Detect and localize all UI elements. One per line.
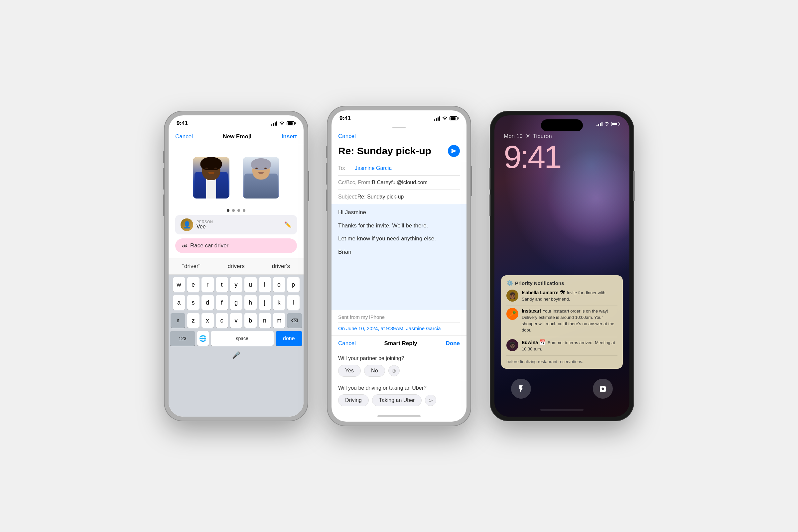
sr-q1-options: Yes No ☺ [338, 365, 460, 377]
notification-item-3[interactable]: 👩🏿 Edwina 📅 Summer interns arrived. Meet… [507, 339, 618, 352]
status-bar-1: 9:41 [169, 115, 304, 129]
mute-button-2[interactable] [326, 146, 327, 158]
priority-notifications-card: ⚙️ Priority Notifications 👩🏾 Isabella La… [501, 275, 623, 369]
key-v[interactable]: v [230, 313, 242, 328]
key-h[interactable]: h [244, 295, 257, 310]
power-button-3[interactable] [633, 171, 635, 201]
camera-button[interactable] [593, 379, 613, 399]
sr-q2-driving[interactable]: Driving [338, 394, 369, 406]
key-u[interactable]: u [244, 277, 257, 292]
key-f[interactable]: f [216, 295, 228, 310]
predictive-word-3[interactable]: driver's [268, 262, 294, 271]
smart-reply-cancel[interactable]: Cancel [338, 340, 356, 347]
to-value[interactable]: Jasmine Garcia [355, 165, 392, 171]
power-button-2[interactable] [471, 166, 472, 196]
key-p[interactable]: p [287, 277, 300, 292]
power-button[interactable] [307, 171, 309, 201]
key-s[interactable]: s [187, 295, 200, 310]
priority-title-row: ⚙️ Priority Notifications [507, 280, 618, 286]
volume-up-button[interactable] [163, 168, 165, 190]
key-z[interactable]: z [187, 313, 200, 328]
avatar-1[interactable] [191, 154, 231, 201]
mute-button[interactable] [163, 151, 165, 163]
volume-down-button[interactable] [163, 194, 165, 216]
smart-reply-q1: Will your partner be joining? Yes No ☺ [331, 352, 467, 381]
key-r[interactable]: r [202, 277, 214, 292]
sr-q2-uber[interactable]: Taking an Uber [372, 394, 422, 406]
notif-more-text: before finalizing restaurant reservation… [507, 358, 618, 364]
mail-header: Cancel [331, 130, 467, 142]
key-j[interactable]: j [259, 295, 271, 310]
wifi-icon-1 [279, 121, 285, 126]
key-delete[interactable]: ⌫ [287, 313, 302, 328]
key-done[interactable]: done [276, 331, 302, 346]
volume-down-button-3[interactable] [489, 194, 491, 216]
emoji-insert-button[interactable]: Insert [282, 133, 297, 140]
dot-1[interactable] [227, 209, 229, 212]
smart-reply-bar: Cancel Smart Reply Done [331, 335, 467, 352]
volume-down-button-2[interactable] [326, 190, 327, 211]
keyboard: w e r t y u i o p a s d f g h [169, 274, 304, 417]
dot-3[interactable] [238, 209, 240, 212]
mail-fields: To: Jasmine Garcia Cc/Bcc, From: B.Carey… [331, 161, 467, 204]
phone1-screen: 9:41 Cancel New Emoji [169, 115, 304, 417]
mail-sender-section: Sent from my iPhone On June 10, 2024, at… [331, 310, 467, 335]
emoji-cancel-button[interactable]: Cancel [175, 133, 193, 140]
person-tag-label: PERSON [196, 220, 281, 224]
priority-notifications-title: Priority Notifications [515, 280, 564, 286]
sr-q1-no[interactable]: No [364, 365, 385, 377]
original-message-text: On June 10, 2024, at 9:39AM, Jasmine Gar… [338, 323, 460, 331]
key-o[interactable]: o [273, 277, 285, 292]
subject-value[interactable]: Re: Sunday pick-up [358, 194, 404, 200]
send-button[interactable] [448, 145, 460, 157]
cc-label: Cc/Bcc, From: [338, 179, 372, 186]
key-c[interactable]: c [216, 313, 228, 328]
mail-body[interactable]: Hi Jasmine Thanks for the invite. We'll … [331, 204, 467, 310]
key-i[interactable]: i [259, 277, 271, 292]
key-w[interactable]: w [173, 277, 185, 292]
key-l[interactable]: l [287, 295, 300, 310]
cc-value[interactable]: B.Careyful@icloud.com [372, 179, 427, 186]
mail-cancel-button[interactable]: Cancel [338, 133, 356, 139]
mail-subject-text: Re: Sunday pick-up [338, 145, 431, 157]
key-t[interactable]: t [216, 277, 228, 292]
key-e[interactable]: e [187, 277, 200, 292]
key-b[interactable]: b [244, 313, 257, 328]
key-space[interactable]: space [211, 331, 274, 346]
sr-q1-yes[interactable]: Yes [338, 365, 361, 377]
signal-icon-2 [434, 116, 440, 121]
notification-item-2[interactable]: 🥕 Instacart Your Instacart order is on t… [507, 308, 618, 334]
key-123[interactable]: 123 [170, 331, 195, 346]
person-label: 👤 PERSON Vee ✏️ [175, 215, 297, 234]
person-edit-button[interactable]: ✏️ [284, 221, 291, 228]
smart-reply-done[interactable]: Done [446, 340, 460, 347]
notif-divider-2 [507, 337, 618, 337]
volume-up-button-2[interactable] [326, 163, 327, 185]
home-bar-2 [377, 415, 421, 417]
key-m[interactable]: m [273, 313, 285, 328]
key-emoji[interactable]: 🌐 [197, 331, 209, 346]
key-d[interactable]: d [202, 295, 214, 310]
key-shift[interactable]: ⇧ [171, 313, 185, 328]
volume-up-button-3[interactable] [489, 168, 491, 190]
predictive-word-1[interactable]: "driver" [178, 262, 205, 271]
key-a[interactable]: a [173, 295, 185, 310]
emoji-search-field[interactable]: 🏎 Race car driver [175, 239, 297, 253]
key-g[interactable]: g [230, 295, 242, 310]
sr-q1-more[interactable]: ☺ [388, 365, 400, 376]
predictive-word-2[interactable]: drivers [224, 262, 249, 271]
key-k[interactable]: k [273, 295, 285, 310]
avatar-2[interactable] [241, 154, 281, 201]
dot-2[interactable] [232, 209, 235, 212]
status-icons-2 [434, 116, 458, 121]
notification-item-1[interactable]: 👩🏾 Isabella Lamarre 🗺 Invite for dinner … [507, 290, 618, 302]
flashlight-button[interactable] [511, 379, 531, 399]
wifi-icon-3 [604, 121, 609, 127]
key-n[interactable]: n [259, 313, 271, 328]
dot-4[interactable] [243, 209, 245, 212]
notif-content-3: Edwina 📅 Summer interns arrived. Meeting… [522, 339, 618, 352]
key-x[interactable]: x [202, 313, 214, 328]
notif-content-1: Isabella Lamarre 🗺 Invite for dinner wit… [522, 290, 618, 302]
key-y[interactable]: y [230, 277, 242, 292]
sr-q2-more[interactable]: ☺ [425, 395, 436, 406]
